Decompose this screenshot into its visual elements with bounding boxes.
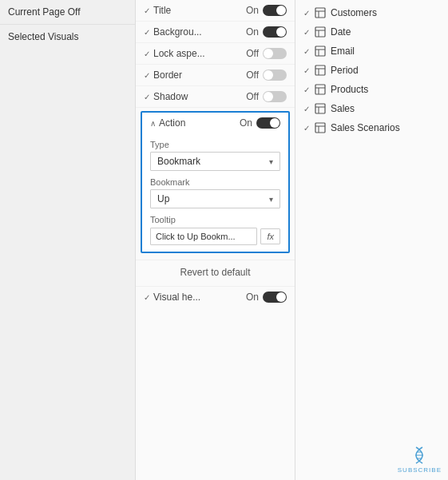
expand-icon: ✓: [303, 66, 310, 75]
shadow-toggle-knob: [264, 92, 273, 101]
lock-aspect-toggle-switch[interactable]: [263, 48, 287, 59]
action-section: ∧ Action On Type Bookmark ▾ Bookmark Up …: [141, 111, 290, 253]
table-icon: [315, 7, 326, 18]
right-item-sales-scenarios[interactable]: ✓ Sales Scenarios: [295, 118, 448, 137]
tooltip-input[interactable]: Click to Up Bookm...: [150, 228, 257, 245]
visual-he-toggle-knob: [276, 292, 286, 302]
title-toggle-knob: [276, 6, 286, 15]
lock-aspect-toggle-knob: [264, 49, 273, 58]
right-item-period[interactable]: ✓ Period: [295, 61, 448, 80]
selected-visuals-item[interactable]: Selected Visuals: [0, 25, 135, 49]
visual-he-row[interactable]: ✓ Visual he... On: [136, 286, 295, 307]
toggle-label-title: ✓ Title: [144, 5, 171, 16]
right-item-date[interactable]: ✓ Date: [295, 22, 448, 42]
toggle-label-visual-he: ✓ Visual he...: [144, 292, 200, 303]
lock-aspect-state: Off: [246, 48, 259, 59]
toggle-label-border: ✓ Border: [144, 69, 182, 81]
action-label: Action: [159, 117, 185, 129]
border-toggle-switch[interactable]: [263, 69, 287, 81]
toggle-label-background: ✓ Backgrou...: [144, 26, 202, 38]
toggle-row-shadow[interactable]: ✓ Shadow Off: [136, 86, 295, 108]
expand-icon: ✓: [303, 85, 310, 94]
sales-label: Sales: [331, 103, 355, 114]
action-toggle-knob: [270, 118, 280, 128]
background-toggle-switch[interactable]: [263, 26, 287, 38]
border-state: Off: [246, 69, 259, 81]
toggle-right-shadow: Off: [246, 91, 287, 102]
toggle-row-border[interactable]: ✓ Border Off: [136, 65, 295, 86]
toggle-label-lock-aspect: ✓ Lock aspe...: [144, 48, 205, 59]
right-panel: ✓ Customers ✓ Date ✓ Email ✓: [295, 0, 448, 480]
table-icon: [315, 26, 326, 38]
expand-icon: ✓: [303, 124, 310, 133]
svg-rect-12: [315, 85, 325, 94]
shadow-label: Shadow: [153, 91, 188, 102]
current-page-label: Current Page Off: [8, 6, 81, 18]
chevron-down-icon: ✓: [144, 28, 150, 37]
svg-rect-6: [315, 46, 325, 56]
toggle-right-border: Off: [246, 69, 287, 81]
lock-aspect-label: Lock aspe...: [153, 48, 205, 59]
period-label: Period: [331, 65, 359, 76]
svg-rect-3: [315, 27, 325, 37]
customers-label: Customers: [331, 7, 377, 18]
border-label: Border: [153, 69, 182, 81]
middle-panel: ✓ Title On ✓ Backgrou... On: [136, 0, 295, 480]
table-icon: [315, 122, 326, 133]
toggle-row-title[interactable]: ✓ Title On: [136, 0, 295, 22]
table-icon: [315, 46, 326, 57]
toggle-row-lock-aspect[interactable]: ✓ Lock aspe... Off: [136, 43, 295, 65]
background-state: On: [246, 26, 259, 38]
chevron-down-icon: ✓: [144, 71, 150, 80]
products-label: Products: [331, 84, 368, 95]
tooltip-field-label: Tooltip: [150, 215, 280, 224]
left-panel: Current Page Off Selected Visuals: [0, 0, 136, 480]
toggle-right-lock-aspect: Off: [246, 48, 287, 59]
action-state: On: [240, 117, 252, 129]
current-page-item[interactable]: Current Page Off: [0, 0, 135, 25]
title-toggle-switch[interactable]: [263, 5, 287, 16]
action-toggle-switch[interactable]: [256, 117, 280, 129]
subscribe-label: SUBSCRIBE: [398, 466, 442, 474]
right-item-products[interactable]: ✓ Products: [295, 80, 448, 99]
shadow-toggle-switch[interactable]: [263, 91, 287, 102]
type-dropdown[interactable]: Bookmark ▾: [150, 152, 280, 171]
tooltip-value: Click to Up Bookm...: [156, 232, 236, 241]
visual-he-toggle-switch[interactable]: [263, 292, 287, 303]
expand-icon: ✓: [303, 28, 310, 37]
toggle-row-background[interactable]: ✓ Backgrou... On: [136, 22, 295, 43]
expand-icon: ✓: [303, 105, 310, 113]
toggle-label-shadow: ✓ Shadow: [144, 91, 188, 102]
bookmark-dropdown[interactable]: Up ▾: [150, 189, 280, 208]
dna-icon: [411, 446, 427, 465]
right-item-sales[interactable]: ✓ Sales: [295, 99, 448, 118]
table-icon: [315, 103, 326, 114]
svg-rect-9: [315, 65, 325, 75]
chevron-down-icon: ✓: [144, 50, 150, 58]
border-toggle-knob: [264, 70, 273, 80]
fx-button[interactable]: fx: [260, 228, 280, 244]
toggle-rows-container: ✓ Title On ✓ Backgrou... On: [136, 0, 295, 108]
revert-row: Revert to default: [136, 260, 295, 284]
shadow-state: Off: [246, 91, 259, 102]
title-label: Title: [153, 5, 171, 16]
toggle-right-background: On: [246, 26, 287, 38]
right-item-email[interactable]: ✓ Email: [295, 42, 448, 61]
expand-icon: ✓: [303, 47, 310, 56]
chevron-up-icon: ∧: [150, 119, 156, 128]
type-dropdown-value: Bookmark: [157, 156, 200, 167]
background-toggle-knob: [276, 27, 286, 37]
chevron-down-icon: ✓: [144, 93, 150, 101]
bookmark-dropdown-arrow-icon: ▾: [269, 195, 273, 204]
revert-link[interactable]: Revert to default: [180, 267, 250, 278]
bookmark-field-label: Bookmark: [150, 177, 280, 187]
svg-rect-18: [315, 123, 325, 133]
right-item-customers[interactable]: ✓ Customers: [295, 3, 448, 22]
action-header-left: ∧ Action: [150, 117, 185, 129]
action-header[interactable]: ∧ Action On: [142, 113, 288, 133]
background-label: Backgrou...: [153, 26, 202, 38]
type-field-label: Type: [150, 140, 280, 149]
subscribe-corner[interactable]: SUBSCRIBE: [398, 446, 442, 474]
selected-visuals-label: Selected Visuals: [8, 31, 79, 42]
expand-icon: ✓: [303, 9, 310, 18]
